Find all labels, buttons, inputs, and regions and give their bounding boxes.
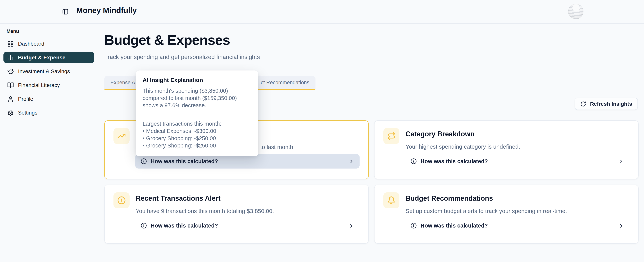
how-calculated-label: How was this calculated? [151, 158, 218, 164]
how-calculated-label: How was this calculated? [151, 223, 218, 229]
popover-body: This month's spending ($3,850.00) compar… [142, 87, 252, 109]
chevron-right-icon [618, 223, 624, 229]
gear-icon [7, 109, 14, 116]
bell-icon [383, 192, 400, 208]
sidebar: Menu Dashboard Budget & Expense Investme… [0, 23, 98, 262]
chevron-right-icon [348, 223, 354, 229]
how-calculated-link[interactable]: How was this calculated? [405, 154, 630, 169]
app-title: Money Mindfully [76, 6, 137, 15]
card-title: Budget Recommendations [406, 195, 493, 203]
bar-chart-icon [7, 54, 14, 61]
how-calculated-label: How was this calculated? [420, 158, 488, 164]
sidebar-item-label: Dashboard [18, 41, 44, 47]
category-breakdown-card: Category Breakdown Your highest spending… [374, 120, 639, 179]
refresh-icon [580, 101, 586, 107]
card-title: Recent Transactions Alert [136, 195, 220, 203]
ai-insight-popover: AI Insight Explanation This month's spen… [136, 70, 258, 156]
panel-left-icon [62, 8, 68, 15]
page-subtitle: Track your spending and get personalized… [104, 54, 260, 60]
sidebar-item-settings[interactable]: Settings [4, 107, 94, 118]
sidebar-toggle-button[interactable] [60, 7, 70, 16]
sidebar-item-budget-expense[interactable]: Budget & Expense [4, 52, 94, 63]
main-content: Budget & Expenses Track your spending an… [98, 23, 644, 262]
tab-recommendations[interactable]: ct Recommendations [261, 79, 309, 85]
card-subtitle: Your highest spending category is undefi… [406, 143, 520, 150]
trending-up-icon [114, 128, 130, 144]
info-icon [141, 158, 147, 164]
sidebar-item-label: Budget & Expense [18, 54, 65, 60]
how-calculated-link[interactable]: How was this calculated? [135, 218, 360, 233]
refresh-insights-label: Refresh Insights [590, 101, 632, 107]
sidebar-item-label: Investment & Savings [18, 68, 70, 74]
popover-title: AI Insight Explanation [142, 77, 252, 83]
page-title: Budget & Expenses [104, 32, 230, 49]
book-open-icon [7, 82, 14, 88]
how-calculated-link[interactable]: How was this calculated? [405, 218, 630, 233]
alert-circle-icon [114, 192, 130, 208]
sidebar-item-label: Financial Literacy [18, 82, 60, 88]
sidebar-item-label: Profile [18, 96, 33, 102]
piggy-bank-icon [7, 68, 14, 74]
sidebar-section-label: Menu [6, 29, 98, 34]
card-title: Category Breakdown [406, 130, 474, 138]
popover-list-item: • Grocery Shopping: -$250.00 [142, 142, 252, 149]
layout-grid-icon [7, 40, 14, 47]
sidebar-item-profile[interactable]: Profile [4, 93, 94, 105]
sidebar-item-dashboard[interactable]: Dashboard [4, 38, 94, 49]
sidebar-item-label: Settings [18, 110, 38, 116]
popover-list-heading: Largest transactions this month: [142, 120, 252, 128]
sidebar-item-financial-literacy[interactable]: Financial Literacy [4, 79, 94, 91]
chevron-right-icon [618, 158, 624, 164]
popover-list-item: • Grocery Shopping: -$250.00 [142, 135, 252, 142]
card-subtitle: You have 9 transactions this month total… [136, 208, 274, 214]
recent-transactions-card: Recent Transactions Alert You have 9 tra… [104, 185, 369, 244]
user-icon [7, 96, 14, 102]
card-subtitle: Set up custom budget alerts to track you… [406, 208, 567, 214]
sidebar-nav: Dashboard Budget & Expense Investment & … [0, 38, 98, 118]
info-icon [410, 158, 417, 164]
how-calculated-label: How was this calculated? [420, 223, 488, 229]
repeat-icon [383, 128, 400, 144]
chevron-right-icon [348, 158, 354, 164]
top-header: Money Mindfully [0, 0, 644, 24]
card-subtitle-fragment: to last month. [260, 144, 295, 150]
popover-transactions: Largest transactions this month: • Medic… [142, 120, 252, 149]
user-avatar[interactable] [568, 4, 584, 19]
sidebar-item-investment-savings[interactable]: Investment & Savings [4, 65, 94, 77]
app-root: Money Mindfully Menu Dashboard Budget & … [0, 0, 644, 262]
budget-recommendations-card: Budget Recommendations Set up custom bud… [374, 185, 639, 244]
info-icon [141, 223, 147, 229]
popover-list-item: • Medical Expenses: -$300.00 [142, 128, 252, 135]
refresh-insights-button[interactable]: Refresh Insights [575, 98, 638, 110]
info-icon [410, 223, 417, 229]
tab-expense-analysis[interactable]: Expense A [110, 79, 135, 85]
